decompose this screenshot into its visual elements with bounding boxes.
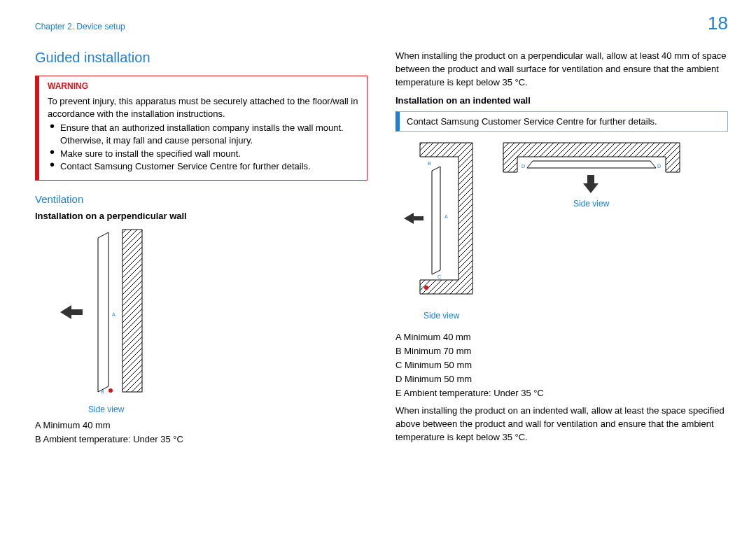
diagram-label-d: D [657,164,661,169]
perpendicular-legend: A Minimum 40 mm B Ambient temperature: U… [35,419,368,447]
section-title: Guided installation [35,50,368,66]
perpendicular-diagram: A B Side view [56,227,368,414]
diagram-label-a: A [444,214,448,219]
svg-marker-3 [583,175,598,193]
svg-marker-2 [404,213,424,224]
indented-diagram: B A C E Side view [402,140,728,321]
perpendicular-title: Installation on a perpendicular wall [35,211,368,221]
warning-intro: To prevent injury, this apparatus must b… [48,95,360,120]
warning-bullet: Contact Samsung Customer Service Centre … [60,160,360,173]
warning-bullet: Ensure that an authorized installation c… [60,122,360,147]
red-dot-icon [424,286,428,290]
side-view-caption: Side view [424,311,486,321]
legend-row: A Minimum 40 mm [396,330,728,344]
info-box: Contact Samsung Customer Service Centre … [396,111,728,132]
indented-outro: When installing the product on an indent… [396,405,728,444]
side-view-caption: Side view [88,405,124,414]
diagram-label-d: D [522,164,525,169]
legend-row: D Minimum 50 mm [396,372,728,386]
diagram-label-b: B [428,161,431,166]
svg-rect-1 [122,230,142,392]
svg-marker-0 [60,305,83,319]
diagram-label-c: C [438,274,441,279]
indented-legend: A Minimum 40 mm B Minimum 70 mm C Minimu… [396,330,728,401]
warning-box: Warning To prevent injury, this apparatu… [35,76,368,181]
side-view-caption: Side view [573,199,682,209]
legend-row: B Minimum 70 mm [396,344,728,358]
diagram-label-b: B [101,389,104,394]
diagram-label-e: E [419,286,423,290]
chapter-label: Chapter 2. Device setup [35,22,125,31]
diagram-label-a: A [112,312,115,317]
legend-row: A Minimum 40 mm [35,419,368,433]
legend-row: B Ambient temperature: Under 35 °C [35,433,368,447]
warning-title: Warning [48,80,360,92]
indented-title: Installation on an indented wall [396,95,728,106]
warning-bullet: Make sure to install the specified wall … [60,148,360,160]
ventilation-heading: Ventilation [35,193,368,205]
right-column: When installing the product on a perpend… [396,50,728,450]
legend-row: C Minimum 50 mm [396,358,728,372]
right-intro: When installing the product on a perpend… [396,50,728,90]
left-column: Guided installation Warning To prevent i… [35,50,368,450]
legend-row: E Ambient temperature: Under 35 °C [396,386,728,400]
red-dot-icon [108,388,113,393]
page-number: 18 [708,13,728,34]
